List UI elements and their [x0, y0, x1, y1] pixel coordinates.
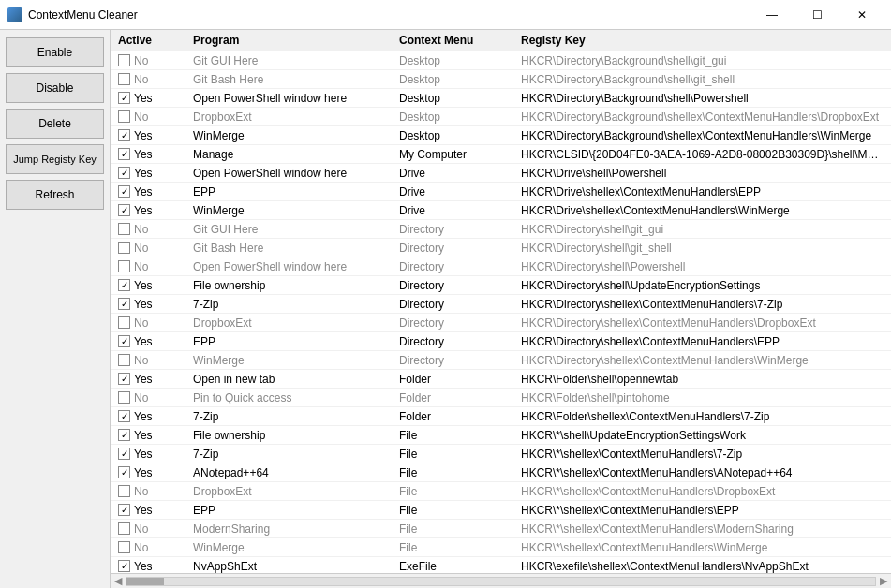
cell-active-26[interactable]: No — [118, 541, 193, 554]
table-scroll[interactable]: NoGit GUI HereDesktopHKCR\Directory\Back… — [111, 51, 891, 573]
checkbox-0[interactable] — [118, 54, 130, 66]
checkbox-1[interactable] — [118, 73, 130, 85]
table-row[interactable]: ✓YesFile ownershipDirectoryHKCR\Director… — [111, 276, 891, 295]
scroll-left-arrow[interactable]: ◀ — [114, 575, 122, 587]
checkbox-22[interactable]: ✓ — [118, 466, 130, 478]
table-row[interactable]: NoModernSharingFileHKCR\*\shellex\Contex… — [111, 520, 891, 538]
checkbox-14[interactable] — [118, 316, 130, 329]
table-row[interactable]: NoGit Bash HereDesktopHKCR\Directory\Bac… — [111, 70, 891, 89]
checkbox-17[interactable]: ✓ — [118, 373, 130, 385]
table-row[interactable]: NoDropboxExtDesktopHKCR\Directory\Backgr… — [111, 108, 891, 126]
cell-active-0[interactable]: No — [118, 54, 193, 67]
checkbox-11[interactable] — [118, 260, 130, 272]
table-row[interactable]: NoGit GUI HereDirectoryHKCR\Directory\sh… — [111, 220, 891, 239]
checkbox-19[interactable]: ✓ — [118, 410, 130, 422]
h-scrollbar-track[interactable] — [126, 577, 876, 586]
cell-active-25[interactable]: No — [118, 522, 193, 536]
cell-active-19[interactable]: ✓Yes — [118, 410, 193, 423]
checkbox-3[interactable] — [118, 110, 130, 123]
enable-button[interactable]: Enable — [6, 37, 104, 67]
table-row[interactable]: ✓YesOpen PowerShell window hereDriveHKCR… — [111, 164, 891, 183]
checkbox-8[interactable]: ✓ — [118, 204, 130, 216]
cell-active-4[interactable]: ✓Yes — [118, 129, 193, 142]
table-row[interactable]: ✓YesNvAppShExtExeFileHKCR\exefile\shelle… — [111, 557, 891, 573]
table-row[interactable]: NoGit GUI HereDesktopHKCR\Directory\Back… — [111, 51, 891, 70]
cell-active-23[interactable]: No — [118, 485, 193, 498]
cell-active-2[interactable]: ✓Yes — [118, 92, 193, 105]
checkbox-5[interactable]: ✓ — [118, 148, 130, 160]
cell-active-7[interactable]: ✓Yes — [118, 185, 193, 198]
cell-program-1: Git Bash Here — [193, 73, 399, 86]
refresh-button[interactable]: Refresh — [6, 180, 104, 210]
h-scrollbar-thumb[interactable] — [126, 578, 164, 585]
table-row[interactable]: ✓YesEPPDirectoryHKCR\Directory\shellex\C… — [111, 332, 891, 351]
cell-active-24[interactable]: ✓Yes — [118, 504, 193, 517]
checkbox-20[interactable]: ✓ — [118, 429, 130, 441]
checkbox-12[interactable]: ✓ — [118, 279, 130, 291]
checkbox-13[interactable]: ✓ — [118, 298, 130, 310]
checkbox-26[interactable] — [118, 541, 130, 553]
table-row[interactable]: NoWinMergeDirectoryHKCR\Directory\shelle… — [111, 351, 891, 370]
checkbox-23[interactable] — [118, 485, 130, 497]
checkbox-18[interactable] — [118, 391, 130, 404]
table-row[interactable]: ✓YesOpen in new tabFolderHKCR\Folder\she… — [111, 370, 891, 389]
table-row[interactable]: ✓YesWinMergeDriveHKCR\Drive\shellex\Cont… — [111, 201, 891, 220]
jump-registry-button[interactable]: Jump Registy Key — [6, 144, 104, 174]
checkbox-4[interactable]: ✓ — [118, 129, 130, 141]
checkbox-27[interactable]: ✓ — [118, 560, 130, 572]
cell-active-9[interactable]: No — [118, 223, 193, 236]
table-row[interactable]: ✓YesManageMy ComputerHKCR\CLSID\{20D04FE… — [111, 145, 891, 164]
cell-active-10[interactable]: No — [118, 242, 193, 255]
table-row[interactable]: ✓YesWinMergeDesktopHKCR\Directory\Backgr… — [111, 126, 891, 145]
cell-active-14[interactable]: No — [118, 316, 193, 330]
cell-active-16[interactable]: No — [118, 354, 193, 367]
table-row[interactable]: ✓Yes7-ZipFileHKCR\*\shellex\ContextMenuH… — [111, 445, 891, 463]
checkbox-16[interactable] — [118, 354, 130, 366]
cell-active-27[interactable]: ✓Yes — [118, 560, 193, 573]
cell-active-3[interactable]: No — [118, 110, 193, 124]
table-row[interactable]: NoGit Bash HereDirectoryHKCR\Directory\s… — [111, 239, 891, 257]
table-row[interactable]: NoWinMergeFileHKCR\*\shellex\ContextMenu… — [111, 538, 891, 557]
cell-active-6[interactable]: ✓Yes — [118, 167, 193, 180]
checkbox-7[interactable]: ✓ — [118, 185, 130, 198]
maximize-button[interactable]: ☐ — [795, 4, 839, 26]
scroll-right-arrow[interactable]: ▶ — [880, 575, 887, 587]
disable-button[interactable]: Disable — [6, 73, 104, 103]
table-row[interactable]: ✓YesFile ownershipFileHKCR\*\shell\Updat… — [111, 426, 891, 445]
cell-active-1[interactable]: No — [118, 73, 193, 86]
table-row[interactable]: ✓YesEPPDriveHKCR\Drive\shellex\ContextMe… — [111, 183, 891, 201]
horizontal-scrollbar[interactable]: ◀ ▶ — [111, 573, 891, 588]
table-row[interactable]: ✓YesANotepad++64FileHKCR\*\shellex\Conte… — [111, 463, 891, 482]
cell-active-18[interactable]: No — [118, 391, 193, 404]
cell-active-17[interactable]: ✓Yes — [118, 373, 193, 386]
cell-program-21: 7-Zip — [193, 448, 399, 461]
table-row[interactable]: ✓Yes7-ZipFolderHKCR\Folder\shellex\Conte… — [111, 407, 891, 426]
table-row[interactable]: NoDropboxExtDirectoryHKCR\Directory\shel… — [111, 314, 891, 332]
cell-active-22[interactable]: ✓Yes — [118, 466, 193, 479]
table-row[interactable]: NoDropboxExtFileHKCR\*\shellex\ContextMe… — [111, 482, 891, 501]
cell-active-21[interactable]: ✓Yes — [118, 448, 193, 461]
checkbox-10[interactable] — [118, 242, 130, 254]
cell-active-20[interactable]: ✓Yes — [118, 429, 193, 442]
close-button[interactable]: ✕ — [840, 4, 884, 26]
checkbox-9[interactable] — [118, 223, 130, 235]
cell-active-15[interactable]: ✓Yes — [118, 335, 193, 348]
table-row[interactable]: NoPin to Quick accessFolderHKCR\Folder\s… — [111, 389, 891, 407]
cell-active-8[interactable]: ✓Yes — [118, 204, 193, 217]
table-row[interactable]: ✓Yes7-ZipDirectoryHKCR\Directory\shellex… — [111, 295, 891, 314]
checkbox-24[interactable]: ✓ — [118, 504, 130, 516]
table-row[interactable]: NoOpen PowerShell window hereDirectoryHK… — [111, 257, 891, 276]
table-row[interactable]: ✓YesOpen PowerShell window hereDesktopHK… — [111, 89, 891, 108]
delete-button[interactable]: Delete — [6, 109, 104, 139]
cell-active-11[interactable]: No — [118, 260, 193, 273]
cell-active-13[interactable]: ✓Yes — [118, 298, 193, 311]
checkbox-21[interactable]: ✓ — [118, 448, 130, 460]
cell-active-5[interactable]: ✓Yes — [118, 148, 193, 161]
minimize-button[interactable]: — — [750, 4, 794, 26]
checkbox-2[interactable]: ✓ — [118, 92, 130, 104]
checkbox-25[interactable] — [118, 522, 130, 535]
checkbox-15[interactable]: ✓ — [118, 335, 130, 347]
table-row[interactable]: ✓YesEPPFileHKCR\*\shellex\ContextMenuHan… — [111, 501, 891, 520]
checkbox-6[interactable]: ✓ — [118, 167, 130, 179]
cell-active-12[interactable]: ✓Yes — [118, 279, 193, 292]
